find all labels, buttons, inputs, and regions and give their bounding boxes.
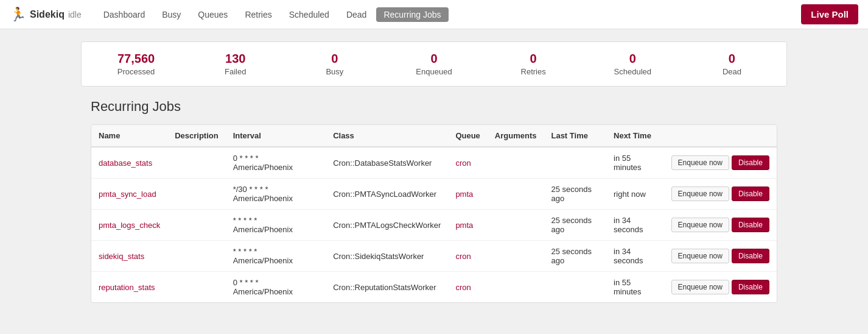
col-name: Name [91, 125, 167, 147]
col-actions [664, 125, 777, 147]
cell-actions-0: Enqueue now Disable [664, 147, 777, 179]
queue-link-0[interactable]: cron [455, 158, 471, 168]
cell-last-time-2: 25 seconds ago [544, 210, 606, 241]
nav-busy[interactable]: Busy [155, 7, 188, 22]
stat-failed-value: 130 [186, 52, 285, 66]
cell-queue-3: cron [448, 241, 487, 272]
disable-button-1[interactable]: Disable [732, 187, 769, 201]
stat-dead-value: 0 [682, 52, 782, 66]
brand-status: idle [68, 10, 82, 20]
col-class: Class [326, 125, 448, 147]
queue-link-1[interactable]: pmta [455, 190, 473, 199]
cell-queue-2: pmta [448, 210, 487, 241]
stat-dead-label: Dead [682, 67, 782, 76]
cell-name-4: reputation_stats [91, 272, 167, 303]
disable-button-3[interactable]: Disable [732, 249, 769, 263]
nav-queues[interactable]: Queues [191, 7, 235, 22]
cell-class-1: Cron::PMTASyncLoadWorker [326, 179, 448, 210]
cell-class-0: Cron::DatabaseStatsWorker [326, 147, 448, 179]
stat-failed-label: Failed [186, 67, 285, 76]
stat-scheduled: 0 Scheduled [583, 52, 682, 76]
disable-button-0[interactable]: Disable [732, 155, 769, 170]
enqueue-button-1[interactable]: Enqueue now [671, 187, 729, 201]
cell-interval-3: * * * * * America/Phoenix [226, 241, 326, 272]
table-row: pmta_logs_check * * * * * America/Phoeni… [91, 210, 777, 241]
enqueue-button-2[interactable]: Enqueue now [671, 218, 729, 232]
navbar: 🏃 Sidekiq idle Dashboard Busy Queues Ret… [0, 0, 868, 29]
brand-icon: 🏃 [10, 7, 26, 23]
table-row: database_stats 0 * * * * America/Phoenix… [91, 147, 777, 179]
nav-dead[interactable]: Dead [339, 7, 374, 22]
jobs-table-wrap: Name Description Interval Class Queue Ar… [91, 124, 777, 303]
queue-link-4[interactable]: cron [455, 283, 471, 292]
cell-actions-2: Enqueue now Disable [664, 210, 777, 241]
brand-name: Sidekiq [30, 9, 65, 20]
cell-class-3: Cron::SidekiqStatsWorker [326, 241, 448, 272]
enqueue-button-4[interactable]: Enqueue now [671, 280, 729, 294]
stat-scheduled-label: Scheduled [583, 67, 682, 76]
col-arguments: Arguments [488, 125, 544, 147]
job-name-link-2[interactable]: pmta_logs_check [99, 221, 160, 230]
disable-button-4[interactable]: Disable [732, 280, 769, 294]
cell-interval-2: * * * * * America/Phoenix [226, 210, 326, 241]
stat-dead: 0 Dead [682, 52, 782, 76]
col-last-time: Last Time [544, 125, 606, 147]
cell-class-2: Cron::PMTALogsCheckWorker [326, 210, 448, 241]
cell-last-time-0 [544, 147, 606, 179]
nav-links: Dashboard Busy Queues Retries Scheduled … [96, 7, 802, 22]
col-next-time: Next Time [606, 125, 664, 147]
cell-description-2 [167, 210, 226, 241]
cell-last-time-3: 25 seconds ago [544, 241, 606, 272]
cell-interval-4: 0 * * * * America/Phoenix [226, 272, 326, 303]
cell-description-4 [167, 272, 226, 303]
queue-link-2[interactable]: pmta [455, 221, 473, 230]
nav-scheduled[interactable]: Scheduled [282, 7, 337, 22]
cell-arguments-3 [488, 241, 544, 272]
stats-bar: 77,560 Processed 130 Failed 0 Busy 0 Enq… [81, 41, 787, 87]
jobs-table: Name Description Interval Class Queue Ar… [91, 125, 777, 302]
stat-enqueued-value: 0 [384, 52, 483, 66]
stat-enqueued-label: Enqueued [384, 67, 483, 76]
job-name-link-0[interactable]: database_stats [99, 158, 152, 168]
table-body: database_stats 0 * * * * America/Phoenix… [91, 147, 777, 302]
live-poll-button[interactable]: Live Poll [801, 4, 858, 24]
cell-name-3: sidekiq_stats [91, 241, 167, 272]
nav-retries[interactable]: Retries [237, 7, 279, 22]
main-content: Recurring Jobs Name Description Interval… [81, 99, 787, 327]
job-name-link-1[interactable]: pmta_sync_load [99, 190, 156, 199]
cell-arguments-4 [488, 272, 544, 303]
stat-retries-value: 0 [484, 52, 583, 66]
cell-queue-0: cron [448, 147, 487, 179]
cell-class-4: Cron::ReputationStatsWorker [326, 272, 448, 303]
nav-dashboard[interactable]: Dashboard [96, 7, 153, 22]
stat-processed-value: 77,560 [86, 52, 186, 66]
disable-button-2[interactable]: Disable [732, 218, 769, 232]
job-name-link-3[interactable]: sidekiq_stats [99, 252, 144, 261]
cell-arguments-0 [488, 147, 544, 179]
cell-next-time-3: in 34 seconds [606, 241, 664, 272]
cell-next-time-0: in 55 minutes [606, 147, 664, 179]
cell-description-0 [167, 147, 226, 179]
stat-busy: 0 Busy [285, 52, 384, 76]
stat-processed-label: Processed [86, 67, 186, 76]
stat-busy-label: Busy [285, 67, 384, 76]
page-title: Recurring Jobs [91, 99, 777, 115]
brand-link[interactable]: 🏃 Sidekiq idle [10, 7, 82, 23]
enqueue-button-3[interactable]: Enqueue now [671, 249, 729, 263]
cell-description-3 [167, 241, 226, 272]
nav-recurring-jobs[interactable]: Recurring Jobs [376, 7, 448, 22]
queue-link-3[interactable]: cron [455, 252, 471, 261]
cell-queue-1: pmta [448, 179, 487, 210]
enqueue-button-0[interactable]: Enqueue now [671, 155, 729, 170]
stat-busy-value: 0 [285, 52, 384, 66]
stat-processed: 77,560 Processed [86, 52, 186, 76]
col-interval: Interval [226, 125, 326, 147]
stat-failed: 130 Failed [186, 52, 285, 76]
cell-name-1: pmta_sync_load [91, 179, 167, 210]
cell-last-time-4 [544, 272, 606, 303]
cell-last-time-1: 25 seconds ago [544, 179, 606, 210]
col-description: Description [167, 125, 226, 147]
stat-scheduled-value: 0 [583, 52, 682, 66]
job-name-link-4[interactable]: reputation_stats [99, 283, 155, 292]
cell-interval-1: */30 * * * * America/Phoenix [226, 179, 326, 210]
